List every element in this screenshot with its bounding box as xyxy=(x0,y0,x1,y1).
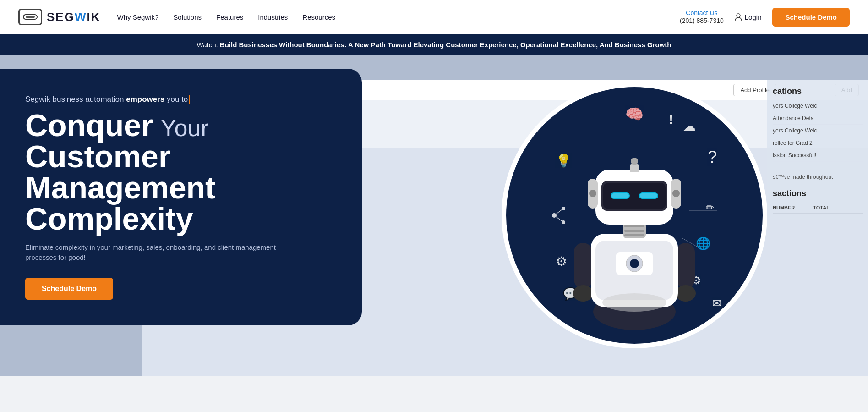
nav-item-why-segwik[interactable]: Why Segwik? xyxy=(117,13,158,21)
nav-links: Why Segwik? Solutions Features Industrie… xyxy=(117,13,335,21)
notifications-title: cations xyxy=(773,87,863,96)
navbar: SEGWIK Why Segwik? Solutions Features In… xyxy=(0,0,868,34)
hero-headline-line3: Complexity xyxy=(25,203,337,234)
svg-text:☁: ☁ xyxy=(683,119,696,133)
svg-rect-43 xyxy=(611,193,629,198)
svg-rect-44 xyxy=(640,193,657,198)
logo-wordmark: SEGWIK xyxy=(47,10,100,24)
svg-point-25 xyxy=(573,285,593,302)
hero-tagline-bold: empowers xyxy=(126,95,164,104)
logo-icon xyxy=(18,9,42,25)
nav-item-features[interactable]: Features xyxy=(216,13,243,21)
svg-text:✏: ✏ xyxy=(706,202,715,213)
robot-illustration: 🧠 ☁ ? ! 💡 xyxy=(502,82,767,348)
nav-item-industries[interactable]: Industries xyxy=(258,13,288,21)
navbar-left: SEGWIK Why Segwik? Solutions Features In… xyxy=(18,9,335,25)
hero-tagline: Segwik business automation empowers you … xyxy=(25,95,337,104)
login-label: Login xyxy=(745,13,762,21)
svg-point-50 xyxy=(602,293,666,312)
svg-text:⚙: ⚙ xyxy=(556,254,567,269)
notif-5: ission Successful! xyxy=(773,149,863,162)
svg-text:!: ! xyxy=(669,111,673,126)
announcement-bold: Build Businesses Without Boundaries: A N… xyxy=(220,41,671,49)
svg-rect-32 xyxy=(624,230,644,232)
user-icon xyxy=(735,13,742,21)
hero-headline-conquer: Conquer xyxy=(25,110,153,141)
logo-area[interactable]: SEGWIK xyxy=(18,9,100,25)
robot-circle-container: 🧠 ☁ ? ! 💡 xyxy=(502,82,786,367)
svg-rect-26 xyxy=(677,243,695,289)
transactions-title: sactions xyxy=(773,189,863,198)
notif-4: rollee for Grad 2 xyxy=(773,137,863,149)
col-total: TOTAL xyxy=(813,205,830,210)
login-button[interactable]: Login xyxy=(735,13,762,21)
schedule-demo-button-hero[interactable]: Schedule Demo xyxy=(25,278,113,300)
contact-link[interactable]: Contact Us xyxy=(680,9,724,16)
robot-svg: 🧠 ☁ ? ! 💡 xyxy=(520,92,749,339)
svg-text:🧠: 🧠 xyxy=(625,105,644,123)
hero-description: Eliminate complexity in your marketing, … xyxy=(25,242,282,263)
svg-rect-1 xyxy=(26,16,35,18)
svg-point-46 xyxy=(631,158,638,165)
hero-content-card: Segwik business automation empowers you … xyxy=(0,69,362,325)
svg-rect-45 xyxy=(630,164,639,172)
svg-point-49 xyxy=(630,259,639,268)
hero-headline-block: Conquer Your Customer Management Complex… xyxy=(25,110,337,234)
table-header: NUMBER TOTAL xyxy=(773,202,863,214)
svg-text:✉: ✉ xyxy=(712,297,721,309)
svg-rect-31 xyxy=(624,225,644,227)
svg-text:?: ? xyxy=(708,148,717,166)
contact-block: Contact Us (201) 885-7310 xyxy=(680,9,724,25)
navbar-right: Contact Us (201) 885-7310 Login Schedule… xyxy=(680,8,850,27)
svg-point-38 xyxy=(672,190,680,197)
svg-point-37 xyxy=(589,190,596,197)
hero-headline-line2: Customer Management xyxy=(25,141,337,203)
svg-line-12 xyxy=(554,215,563,222)
contact-phone: (201) 885-7310 xyxy=(680,17,724,24)
notif-1: yers College Welc xyxy=(773,100,863,112)
svg-text:💡: 💡 xyxy=(556,153,572,168)
announcement-prefix: Watch: xyxy=(197,41,220,49)
made-throughout: s€™ve made throughout xyxy=(773,171,863,183)
notif-3: yers College Welc xyxy=(773,125,863,137)
hero-headline-your: Your xyxy=(161,116,209,140)
svg-line-11 xyxy=(554,209,563,215)
svg-point-2 xyxy=(737,14,740,17)
svg-rect-33 xyxy=(624,234,644,236)
svg-rect-24 xyxy=(574,243,592,289)
nav-item-solutions[interactable]: Solutions xyxy=(173,13,202,21)
schedule-demo-button-navbar[interactable]: Schedule Demo xyxy=(772,8,850,27)
notif-2: Attendance Deta xyxy=(773,112,863,125)
svg-point-27 xyxy=(676,285,696,302)
svg-text:🌐: 🌐 xyxy=(696,236,711,251)
hero-section: Associates Add Profile Add ssage | Data … xyxy=(0,55,868,376)
nav-item-resources[interactable]: Resources xyxy=(302,13,335,21)
announcement-banner[interactable]: Watch: Build Businesses Without Boundari… xyxy=(0,34,868,55)
